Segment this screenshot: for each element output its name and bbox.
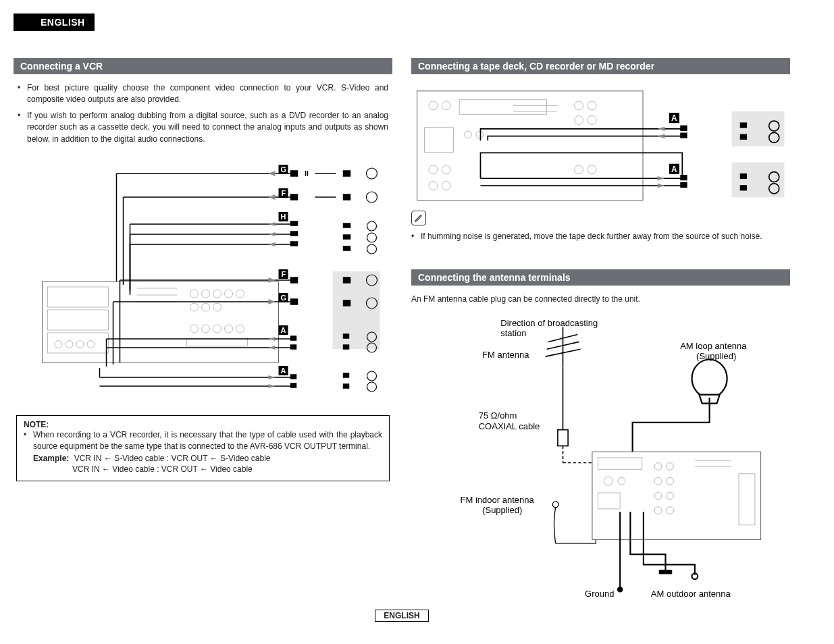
svg-rect-54 <box>344 246 350 250</box>
svg-text:COAXIAL cable: COAXIAL cable <box>479 421 540 431</box>
svg-rect-52 <box>344 223 350 227</box>
svg-text:A: A <box>281 367 286 375</box>
svg-rect-62 <box>291 345 296 349</box>
svg-point-41 <box>367 168 377 179</box>
svg-rect-66 <box>344 345 349 349</box>
svg-point-50 <box>367 233 377 242</box>
svg-rect-53 <box>344 235 350 239</box>
footer-language-tag: ENGLISH <box>14 610 790 622</box>
svg-rect-99 <box>681 133 687 137</box>
label-am-outdoor: AM outdoor antenna <box>651 589 731 599</box>
svg-rect-60 <box>344 300 350 306</box>
section-header-vcr: Connecting a VCR <box>14 58 392 74</box>
label-direction: Direction of broadcasting <box>500 317 598 327</box>
svg-rect-72 <box>344 384 349 388</box>
svg-rect-92 <box>732 111 785 146</box>
svg-rect-102 <box>741 123 747 127</box>
svg-rect-65 <box>344 334 349 338</box>
svg-rect-48 <box>291 242 298 246</box>
manual-page: ENGLISH Connecting a VCR • For best pict… <box>0 0 834 644</box>
svg-text:G: G <box>281 294 287 302</box>
svg-rect-40 <box>291 171 298 176</box>
footer-language-text: ENGLISH <box>375 610 428 622</box>
svg-rect-104 <box>681 176 687 180</box>
humming-note: • If humming noise is generated, move th… <box>411 231 790 242</box>
svg-point-141 <box>618 587 623 592</box>
svg-point-70 <box>367 382 377 392</box>
list-item: • For best picture quality choose the co… <box>18 82 388 106</box>
svg-point-124 <box>552 502 558 508</box>
svg-text:A: A <box>281 326 286 334</box>
svg-rect-73 <box>417 91 643 200</box>
bullet-icon: • <box>18 82 23 106</box>
svg-rect-108 <box>741 174 747 178</box>
example-label: Example: <box>33 454 69 463</box>
vcr-wiring-diagram: G F H F G A A <box>30 160 392 403</box>
svg-text:(Supplied): (Supplied) <box>696 351 736 361</box>
svg-text:H: H <box>281 213 286 221</box>
svg-rect-98 <box>681 126 687 130</box>
svg-rect-143 <box>660 570 671 573</box>
svg-rect-103 <box>741 135 747 139</box>
svg-rect-25 <box>333 271 380 349</box>
section-header-antenna: Connecting the antenna terminals <box>411 269 790 286</box>
bullet-text: If you wish to perform analog dubbing fr… <box>27 110 388 145</box>
vcr-bullet-list: • For best picture quality choose the co… <box>14 82 392 145</box>
two-column-layout: Connecting a VCR • For best picture qual… <box>14 58 790 583</box>
pencil-icon <box>411 211 426 225</box>
note-box: NOTE: • When recording to a VCR recorder… <box>16 415 390 481</box>
svg-text:(Supplied): (Supplied) <box>482 505 522 515</box>
example-line: VCR IN ← Video cable : VCR OUT ← Video c… <box>72 464 253 474</box>
svg-point-49 <box>367 221 377 231</box>
svg-text:A: A <box>671 165 677 174</box>
list-item: • If you wish to perform analog dubbing … <box>18 110 388 145</box>
svg-text:F: F <box>282 270 286 278</box>
bullet-icon: • <box>18 110 23 145</box>
svg-point-119 <box>692 359 727 397</box>
label-fm-antenna: FM antenna <box>482 350 529 360</box>
humming-note-text: If humming noise is generated, move the … <box>421 231 762 242</box>
svg-rect-109 <box>741 186 747 190</box>
svg-rect-47 <box>291 232 298 236</box>
svg-rect-55 <box>291 277 298 283</box>
svg-point-69 <box>367 371 377 381</box>
example-row: Example: VCR IN ← S-Video cable : VCR OU… <box>33 454 382 463</box>
bullet-icon: • <box>411 231 417 242</box>
label-coax: 75 Ω/ohm <box>479 410 517 421</box>
svg-rect-93 <box>732 163 785 198</box>
example-row: VCR IN ← Video cable : VCR OUT ← Video c… <box>72 464 382 474</box>
label-ground: Ground <box>585 589 614 599</box>
svg-rect-105 <box>681 183 687 187</box>
bullet-icon: • <box>24 429 29 452</box>
note-label: NOTE: <box>24 420 382 429</box>
antenna-diagram: Direction of broadcasting station FM ant… <box>438 313 790 583</box>
svg-text:A: A <box>671 113 677 123</box>
svg-text:station: station <box>500 328 526 338</box>
svg-rect-120 <box>558 429 568 446</box>
label-am-loop: AM loop antenna <box>680 341 747 351</box>
svg-point-44 <box>367 192 377 203</box>
svg-rect-125 <box>592 452 761 539</box>
note-body: • When recording to a VCR recorder, it i… <box>24 429 382 452</box>
svg-rect-58 <box>291 299 298 304</box>
example-line: VCR IN ← S-Video cable : VCR OUT ← S-Vid… <box>74 454 271 463</box>
svg-rect-57 <box>344 277 350 283</box>
svg-point-51 <box>367 244 377 254</box>
svg-rect-42 <box>344 171 350 176</box>
svg-rect-61 <box>291 336 296 340</box>
svg-rect-45 <box>344 194 350 200</box>
bullet-text: For best picture quality choose the comp… <box>27 82 388 106</box>
svg-rect-68 <box>291 383 296 387</box>
svg-rect-71 <box>344 373 349 377</box>
right-column: Connecting a tape deck, CD recorder or M… <box>411 58 790 583</box>
svg-rect-43 <box>291 194 298 200</box>
svg-rect-46 <box>291 221 298 225</box>
language-tab: ENGLISH <box>14 14 95 31</box>
label-fm-indoor: FM indoor antenna <box>461 495 535 505</box>
tapedeck-wiring-diagram: A A <box>411 84 790 198</box>
svg-text:F: F <box>282 189 286 197</box>
note-text: When recording to a VCR recorder, it is … <box>33 429 382 452</box>
svg-rect-0 <box>43 281 279 363</box>
svg-text:G: G <box>281 165 287 173</box>
svg-rect-67 <box>291 375 296 379</box>
